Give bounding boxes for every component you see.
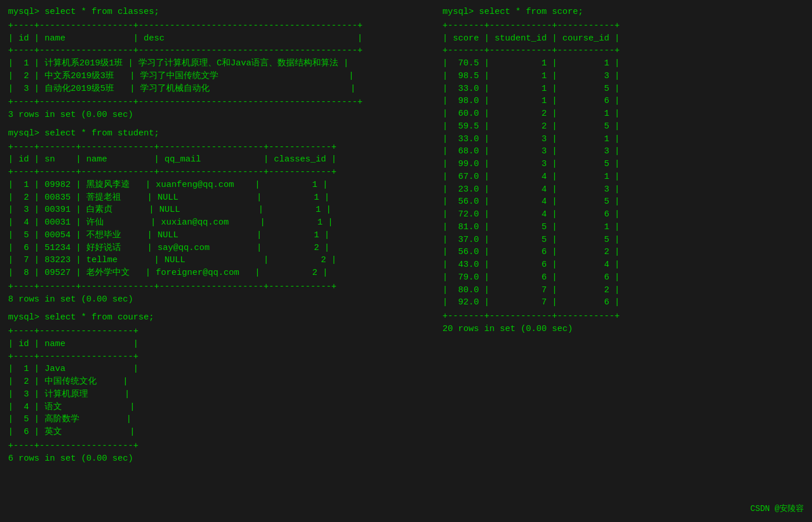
table-row: | 67.0 | 4 | 1 |	[442, 171, 804, 183]
student-border-bot: +----+-------+--------------+-----------…	[8, 281, 431, 293]
table-row: | 5 | 00054 | 不想毕业 | NULL | 1 |	[8, 229, 431, 242]
score-header: | score | student_id | course_id |	[442, 32, 804, 45]
table-row: | 1 | Java |	[8, 363, 431, 376]
table-row: | 1 | 09982 | 黑旋风李逵 | xuanfeng@qq.com | …	[8, 179, 431, 192]
table-row: | 79.0 | 6 | 6 |	[442, 271, 804, 284]
classes-query: mysql> select * from classes;	[8, 6, 431, 19]
course-border-top: +----+------------------+	[8, 325, 431, 338]
table-row: | 72.0 | 4 | 6 |	[442, 208, 804, 221]
score-section: mysql> select * from score; +-------+---…	[442, 6, 804, 336]
table-row: | 99.0 | 3 | 5 |	[442, 158, 804, 171]
table-row: | 98.0 | 1 | 6 |	[442, 95, 804, 108]
classes-header: | id | name | desc |	[8, 32, 431, 45]
table-row: | 2 | 中国传统文化 |	[8, 376, 431, 388]
table-row: | 2 | 00835 | 菩提老祖 | NULL | 1 |	[8, 192, 431, 204]
watermark: CSDN @安陵容	[751, 503, 804, 514]
classes-border-top: +----+------------------+---------------…	[8, 20, 431, 32]
left-panel: mysql> select * from classes; +----+----…	[8, 6, 437, 470]
table-row: | 59.5 | 2 | 5 |	[442, 120, 804, 133]
table-row: | 33.0 | 1 | 5 |	[442, 83, 804, 95]
course-result: 6 rows in set (0.00 sec)	[8, 453, 431, 465]
table-row: | 68.0 | 3 | 3 |	[442, 145, 804, 158]
table-row: | 5 | 高阶数学 |	[8, 413, 431, 426]
student-header: | id | sn | name | qq_mail | classes_id …	[8, 153, 431, 166]
student-border-top: +----+-------+--------------+-----------…	[8, 141, 431, 154]
table-row: | 56.0 | 6 | 2 |	[442, 246, 804, 259]
student-data: | 1 | 09982 | 黑旋风李逵 | xuanfeng@qq.com | …	[8, 179, 431, 280]
table-row: | 4 | 00031 | 许仙 | xuxian@qq.com | 1 |	[8, 216, 431, 229]
table-row: | 1 | 计算机系2019级1班 | 学习了计算机原理、C和Java语言、数据…	[8, 57, 431, 70]
course-border-bot: +----+------------------+	[8, 440, 431, 453]
table-row: | 6 | 51234 | 好好说话 | say@qq.com | 2 |	[8, 242, 431, 255]
classes-section: mysql> select * from classes; +----+----…	[8, 6, 431, 122]
course-data: | 1 | Java || 2 | 中国传统文化 || 3 | 计算机原理 ||…	[8, 363, 431, 439]
table-row: | 70.5 | 1 | 1 |	[442, 57, 804, 70]
classes-border-bot: +----+------------------+---------------…	[8, 96, 431, 109]
table-row: | 98.5 | 1 | 3 |	[442, 70, 804, 83]
score-data: | 70.5 | 1 | 1 || 98.5 | 1 | 3 || 33.0 |…	[442, 57, 804, 309]
score-query: mysql> select * from score;	[442, 6, 804, 19]
table-row: | 81.0 | 5 | 1 |	[442, 221, 804, 234]
table-row: | 80.0 | 7 | 2 |	[442, 284, 804, 297]
table-row: | 6 | 英文 |	[8, 426, 431, 439]
score-border-mid: +-------+------------+-----------+	[442, 45, 804, 57]
table-row: | 3 | 00391 | 白素贞 | NULL | 1 |	[8, 204, 431, 216]
table-row: | 3 | 计算机原理 |	[8, 388, 431, 401]
score-border-bot: +-------+------------+-----------+	[442, 310, 804, 323]
table-row: | 37.0 | 5 | 5 |	[442, 234, 804, 247]
right-panel: mysql> select * from score; +-------+---…	[437, 6, 804, 470]
table-row: | 92.0 | 7 | 6 |	[442, 296, 804, 309]
student-result: 8 rows in set (0.00 sec)	[8, 293, 431, 306]
table-row: | 43.0 | 6 | 4 |	[442, 259, 804, 271]
table-row: | 2 | 中文系2019级3班 | 学习了中国传统文学 |	[8, 70, 431, 83]
classes-result: 3 rows in set (0.00 sec)	[8, 109, 431, 122]
table-row: | 23.0 | 4 | 3 |	[442, 183, 804, 196]
table-row: | 7 | 83223 | tellme | NULL | 2 |	[8, 254, 431, 267]
table-row: | 60.0 | 2 | 1 |	[442, 108, 804, 120]
table-row: | 56.0 | 4 | 5 |	[442, 196, 804, 208]
student-section: mysql> select * from student; +----+----…	[8, 127, 431, 306]
classes-border-mid: +----+------------------+---------------…	[8, 45, 431, 57]
score-border-top: +-------+------------+-----------+	[442, 20, 804, 32]
course-query: mysql> select * from course;	[8, 311, 431, 324]
table-row: | 3 | 自动化2019级5班 | 学习了机械自动化 |	[8, 83, 431, 95]
table-row: | 33.0 | 3 | 1 |	[442, 133, 804, 146]
student-query: mysql> select * from student;	[8, 127, 431, 140]
score-result: 20 rows in set (0.00 sec)	[442, 323, 804, 336]
table-row: | 4 | 语文 |	[8, 401, 431, 414]
course-section: mysql> select * from course; +----+-----…	[8, 311, 431, 465]
table-row: | 8 | 09527 | 老外学中文 | foreigner@qq.com |…	[8, 267, 431, 280]
course-border-mid: +----+------------------+	[8, 351, 431, 363]
course-header: | id | name |	[8, 338, 431, 351]
classes-data: | 1 | 计算机系2019级1班 | 学习了计算机原理、C和Java语言、数据…	[8, 57, 431, 95]
student-border-mid: +----+-------+--------------+-----------…	[8, 166, 431, 179]
